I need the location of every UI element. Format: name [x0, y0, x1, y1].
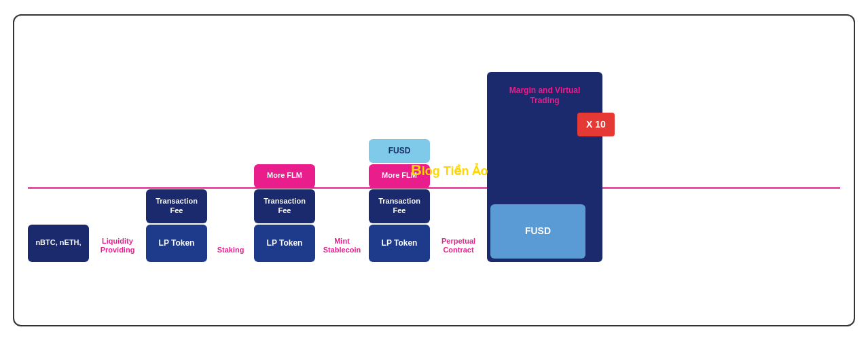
block-lptoken1: LP Token [146, 225, 207, 262]
node-stack4: Margin and Virtual Trading FUSD X 10 [487, 72, 602, 262]
block-lptoken3: LP Token [369, 225, 430, 262]
block-x10: X 10 [577, 113, 615, 136]
block-lptoken2: LP Token [254, 225, 315, 262]
arrow-liquidity: LiquidityProviding [90, 235, 145, 261]
block-txfee1: TransactionFee [146, 189, 207, 223]
arrow-perpetual: PerpetualContract [431, 235, 486, 261]
block-fusd4: FUSD [490, 204, 585, 259]
arrow-liquidity-label: LiquidityProviding [98, 235, 138, 256]
block-fusd3: FUSD [369, 139, 430, 163]
block-txfee3: TransactionFee [369, 189, 430, 223]
arrow-staking: Staking [209, 244, 253, 261]
diagram-container: nBTC, nETH, LiquidityProviding Transacti… [13, 14, 855, 326]
block-moreflm3: More FLM [369, 164, 430, 188]
flow-wrapper: nBTC, nETH, LiquidityProviding Transacti… [28, 72, 840, 269]
block-start: nBTC, nETH, [28, 225, 89, 262]
arrow-mint-label: MintStablecoin [321, 235, 364, 256]
node-start: nBTC, nETH, [28, 225, 89, 262]
block-moreflm2: More FLM [254, 164, 315, 188]
block-txfee2: TransactionFee [254, 189, 315, 223]
node-stack3: FUSD More FLM TransactionFee LP Token [369, 139, 430, 262]
arrow-perpetual-label: PerpetualContract [439, 235, 478, 256]
node-stack1: TransactionFee LP Token [146, 189, 207, 262]
margin-trading-label: Margin and Virtual Trading [494, 86, 596, 107]
arrow-staking-label: Staking [215, 244, 247, 256]
node-stack2: More FLM TransactionFee LP Token [254, 164, 315, 262]
arrow-mint: MintStablecoin [317, 235, 367, 261]
